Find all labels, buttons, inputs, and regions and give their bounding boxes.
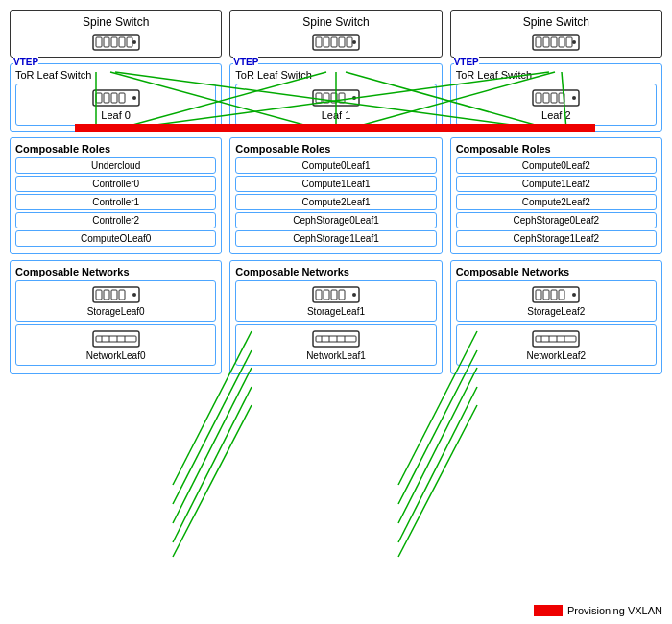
svg-rect-50 <box>347 37 352 47</box>
spine-switch-1: Spine Switch <box>229 10 442 58</box>
tor-svg-0 <box>92 88 140 108</box>
networks-title-2: Composable Networks <box>456 266 657 277</box>
svg-rect-29 <box>104 93 109 103</box>
svg-rect-49 <box>339 37 345 47</box>
role-item-2-4: CephStorage1Leaf2 <box>456 230 657 247</box>
svg-rect-36 <box>111 290 117 300</box>
tor-leaf-label-1: Leaf 1 <box>240 109 431 121</box>
svg-rect-37 <box>119 290 125 300</box>
spine-switch-1-icon <box>238 33 433 52</box>
tor-icon-0 <box>20 88 211 108</box>
svg-rect-64 <box>313 331 359 347</box>
svg-rect-83 <box>533 287 579 302</box>
tor-leaf-label-2: Leaf 2 <box>461 109 652 121</box>
role-item-2-0: Compute0Leaf2 <box>456 157 657 174</box>
svg-rect-80 <box>551 93 557 103</box>
spine-switch-0-label: Spine Switch <box>18 15 213 29</box>
tor-inner-1: Leaf 1 <box>235 84 436 126</box>
spine-switch-2-icon <box>459 33 654 52</box>
role-item-2-1: Compute1Leaf2 <box>456 176 657 192</box>
network-icon-2-1 <box>461 329 652 348</box>
main-container: Spine Switch VTEP ToR Lea <box>0 0 672 624</box>
network-icon-1-1 <box>240 329 431 348</box>
svg-rect-60 <box>324 290 329 300</box>
svg-point-76 <box>572 40 576 44</box>
tor-section-2: VTEP ToR Leaf Switch Leaf 2 <box>450 63 662 132</box>
role-item-1-3: CephStorage0Leaf1 <box>235 212 436 228</box>
roles-title-0: Composable Roles <box>15 143 216 155</box>
column-2: Spine Switch VTEP ToR Leaf Switc <box>450 10 662 614</box>
svg-point-88 <box>572 293 576 297</box>
svg-rect-78 <box>536 93 541 103</box>
spine-switch-2-label: Spine Switch <box>459 15 654 29</box>
svg-rect-34 <box>96 290 102 300</box>
svg-point-57 <box>352 96 356 100</box>
legend: Provisioning VXLAN <box>534 605 662 616</box>
role-item-0-2: Controller1 <box>15 194 216 210</box>
tor-title-1: ToR Leaf Switch <box>235 69 436 81</box>
switch-svg-0 <box>92 33 140 52</box>
svg-rect-46 <box>316 37 322 47</box>
network-icon-0-1 <box>20 329 211 348</box>
role-item-1-1: Compute1Leaf1 <box>235 176 436 192</box>
network-item-2-0: StorageLeaf2 <box>456 280 657 322</box>
network-item-0-0: StorageLeaf0 <box>15 280 216 322</box>
tor-section-0: VTEP ToR Leaf Switch Leaf 0 <box>10 63 222 132</box>
network-icon-1-0 <box>240 285 431 304</box>
vtep-label-2: VTEP <box>454 57 479 67</box>
role-item-1-2: Compute2Leaf1 <box>235 194 436 210</box>
svg-rect-22 <box>104 37 109 47</box>
svg-rect-84 <box>536 290 541 300</box>
roles-section-0: Composable Roles Undercloud Controller0 … <box>10 137 222 254</box>
svg-rect-59 <box>316 290 322 300</box>
network-icon-0-0 <box>20 285 211 304</box>
role-item-1-0: Compute0Leaf1 <box>235 157 436 174</box>
tor-title-0: ToR Leaf Switch <box>15 69 216 81</box>
network-icon-2-0 <box>461 285 652 304</box>
svg-rect-58 <box>313 287 359 302</box>
svg-rect-56 <box>339 93 345 103</box>
svg-point-26 <box>132 40 136 44</box>
tor-inner-0: Leaf 0 <box>15 84 216 126</box>
tor-title-2: ToR Leaf Switch <box>456 69 657 81</box>
svg-rect-27 <box>93 90 139 106</box>
network-label-1-0: StorageLeaf1 <box>240 306 431 317</box>
svg-point-63 <box>352 293 356 297</box>
svg-point-38 <box>132 293 136 297</box>
svg-point-32 <box>132 96 136 100</box>
legend-color-box <box>534 605 563 616</box>
network-item-2-1: NetworkLeaf2 <box>456 324 657 366</box>
vtep-label-1: VTEP <box>233 57 258 67</box>
svg-rect-74 <box>559 37 564 47</box>
svg-rect-23 <box>111 37 117 47</box>
svg-rect-86 <box>551 290 557 300</box>
tor-section-1: VTEP ToR Leaf Switch Leaf 1 <box>229 63 442 132</box>
svg-rect-47 <box>324 37 329 47</box>
svg-point-51 <box>352 40 356 44</box>
spine-switch-0: Spine Switch <box>10 10 222 58</box>
network-label-2-0: StorageLeaf2 <box>461 306 652 317</box>
svg-rect-61 <box>331 290 337 300</box>
columns-container: Spine Switch VTEP ToR Lea <box>10 10 662 614</box>
spine-switch-2: Spine Switch <box>450 10 662 58</box>
svg-rect-48 <box>331 37 337 47</box>
column-1: Spine Switch VTEP ToR Leaf Switc <box>229 10 442 614</box>
svg-rect-79 <box>543 93 549 103</box>
svg-rect-85 <box>543 290 549 300</box>
svg-rect-55 <box>331 93 337 103</box>
roles-section-2: Composable Roles Compute0Leaf2 Compute1L… <box>450 137 662 254</box>
networks-section-2: Composable Networks StorageLeaf2 <box>450 260 662 374</box>
svg-rect-21 <box>96 37 102 47</box>
svg-rect-73 <box>551 37 557 47</box>
svg-rect-28 <box>96 93 102 103</box>
svg-rect-71 <box>536 37 541 47</box>
role-item-0-0: Undercloud <box>15 157 216 174</box>
svg-rect-53 <box>316 93 322 103</box>
network-item-1-0: StorageLeaf1 <box>235 280 436 322</box>
svg-rect-31 <box>119 93 125 103</box>
roles-title-2: Composable Roles <box>456 143 657 155</box>
svg-rect-81 <box>559 93 564 103</box>
role-item-0-1: Controller0 <box>15 176 216 192</box>
network-item-1-1: NetworkLeaf1 <box>235 324 436 366</box>
tor-icon-1 <box>240 88 431 108</box>
